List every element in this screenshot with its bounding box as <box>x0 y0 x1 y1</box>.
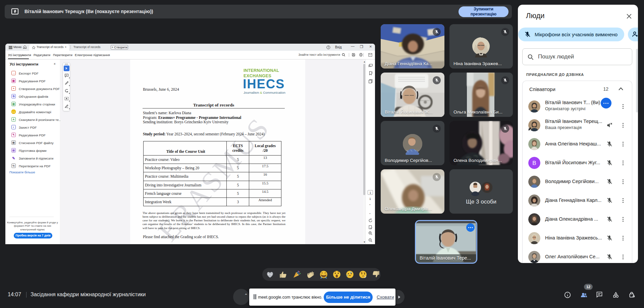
svg-text:В: В <box>532 160 536 166</box>
